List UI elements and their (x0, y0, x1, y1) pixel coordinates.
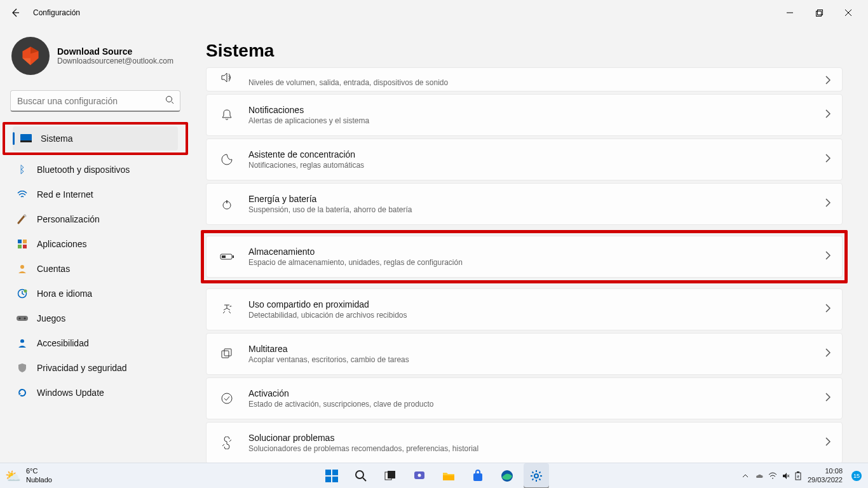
store-app[interactable] (465, 463, 491, 489)
setting-title: Multitarea (248, 344, 409, 354)
nav-icon (17, 214, 28, 225)
svg-rect-29 (388, 471, 395, 478)
nav-icon (17, 288, 28, 299)
nav-icon (17, 337, 28, 349)
window-title: Configuración (33, 8, 80, 17)
setting-desc: Espacio de almacenamiento, unidades, reg… (248, 258, 463, 267)
arrow-left-icon (10, 8, 20, 18)
nav-icon (17, 189, 28, 200)
setting-item-7[interactable]: ActivaciónEstado de activación, suscripc… (206, 377, 843, 419)
nav-icon (17, 263, 28, 274)
sidebar-item-3[interactable]: Personalización (9, 207, 182, 231)
svg-point-27 (356, 471, 363, 478)
sidebar-item-1[interactable]: ᛒBluetooth y dispositivos (9, 158, 182, 182)
chat-app[interactable] (407, 463, 432, 489)
back-button[interactable] (5, 3, 25, 23)
setting-item-8[interactable]: Solucionar problemasSolucionadores de pr… (206, 422, 843, 463)
nav-icon (17, 238, 28, 250)
svg-point-15 (20, 339, 24, 343)
sidebar-item-6[interactable]: Hora e idioma (9, 281, 182, 306)
svg-point-14 (24, 318, 26, 320)
file-explorer[interactable] (436, 463, 461, 489)
sidebar-item-2[interactable]: Red e Internet (9, 182, 182, 207)
sidebar-item-0[interactable]: Sistema (13, 126, 178, 151)
svg-point-31 (418, 473, 421, 477)
setting-title: Notificaciones (248, 105, 369, 115)
svg-rect-12 (17, 316, 28, 321)
nav-label: Aplicaciones (37, 239, 87, 249)
task-view[interactable] (377, 463, 403, 489)
user-card[interactable]: Download Source Downloadsourcenet@outloo… (8, 33, 183, 85)
nav-label: Hora e idioma (37, 288, 92, 299)
setting-item-4[interactable]: AlmacenamientoEspacio de almacenamiento,… (206, 236, 843, 278)
chevron-right-icon (825, 393, 831, 404)
sidebar-item-7[interactable]: Juegos (9, 306, 182, 330)
page-title: Sistema (206, 41, 843, 61)
weather-widget[interactable]: ⛅ 6°C Nublado (0, 467, 52, 484)
setting-icon (218, 109, 236, 121)
taskbar-search[interactable] (348, 463, 374, 489)
weather-temp: 6°C (26, 467, 52, 475)
volume-mute-icon (782, 472, 790, 480)
main-content: Sistema Niveles de volumen, salida, entr… (191, 25, 868, 463)
sidebar-item-5[interactable]: Cuentas (9, 257, 182, 281)
close-button[interactable] (834, 3, 863, 23)
system-tray[interactable] (742, 471, 801, 480)
nav-label: Bluetooth y dispositivos (37, 165, 130, 175)
search-icon (355, 470, 367, 482)
svg-rect-1 (817, 10, 822, 15)
start-button[interactable] (319, 463, 344, 489)
setting-item-2[interactable]: Asistente de concentraciónNotificaciones… (206, 139, 843, 180)
sidebar-item-4[interactable]: Aplicaciones (9, 232, 182, 256)
setting-icon (218, 392, 236, 405)
maximize-button[interactable] (804, 3, 834, 23)
chevron-up-icon (742, 472, 749, 480)
svg-rect-23 (325, 470, 331, 475)
setting-item-5[interactable]: Uso compartido en proximidadDetectabilid… (206, 288, 843, 330)
user-name: Download Source (57, 46, 173, 57)
nav-label: Windows Update (37, 388, 104, 398)
svg-rect-24 (332, 470, 338, 475)
nav-icon (20, 133, 32, 144)
setting-item-3[interactable]: Energía y bateríaSuspensión, uso de la b… (206, 183, 843, 225)
close-icon (845, 10, 851, 16)
setting-desc: Solucionadores de problemas recomendados… (248, 444, 478, 453)
minimize-button[interactable] (775, 3, 804, 23)
sidebar-item-10[interactable]: Windows Update (9, 381, 182, 405)
nav-label: Privacidad y seguridad (37, 363, 127, 373)
taskview-icon (384, 470, 397, 482)
settings-app[interactable] (524, 463, 549, 489)
svg-point-9 (20, 265, 24, 269)
setting-item-0[interactable]: Niveles de volumen, salida, entrada, dis… (206, 67, 843, 92)
setting-desc: Suspensión, uso de la batería, ahorro de… (248, 205, 412, 214)
sidebar-item-9[interactable]: Privacidad y seguridad (9, 356, 182, 380)
search-input[interactable] (10, 90, 180, 112)
svg-point-35 (534, 474, 538, 478)
edge-icon (501, 470, 513, 482)
svg-rect-18 (233, 255, 234, 258)
wifi-icon (768, 472, 777, 480)
setting-title: Asistente de concentración (248, 149, 364, 159)
clock[interactable]: 10:08 29/03/2022 (808, 467, 843, 484)
windows-icon (325, 469, 339, 483)
setting-desc: Estado de activación, suscripciones, cla… (248, 400, 434, 409)
minimize-icon (787, 10, 793, 16)
notification-badge[interactable]: 15 (851, 471, 862, 481)
store-icon (471, 470, 484, 482)
time: 10:08 (808, 467, 843, 475)
weather-desc: Nublado (26, 476, 52, 484)
setting-item-1[interactable]: NotificacionesAlertas de aplicaciones y … (206, 94, 843, 136)
setting-item-6[interactable]: MultitareaAcoplar ventanas, escritorios,… (206, 333, 843, 375)
sidebar-item-8[interactable]: Accesibilidad (9, 331, 182, 355)
setting-title: Activación (248, 388, 434, 398)
date: 29/03/2022 (808, 476, 843, 484)
setting-desc: Acoplar ventanas, escritorios, cambio de… (248, 355, 409, 364)
chevron-right-icon (825, 348, 831, 360)
svg-rect-4 (20, 140, 32, 142)
edge-app[interactable] (494, 463, 520, 489)
setting-icon (218, 72, 236, 83)
svg-point-11 (24, 290, 27, 293)
setting-title: Uso compartido en proximidad (248, 299, 407, 309)
battery-icon (795, 471, 801, 480)
search-box[interactable] (10, 90, 180, 112)
